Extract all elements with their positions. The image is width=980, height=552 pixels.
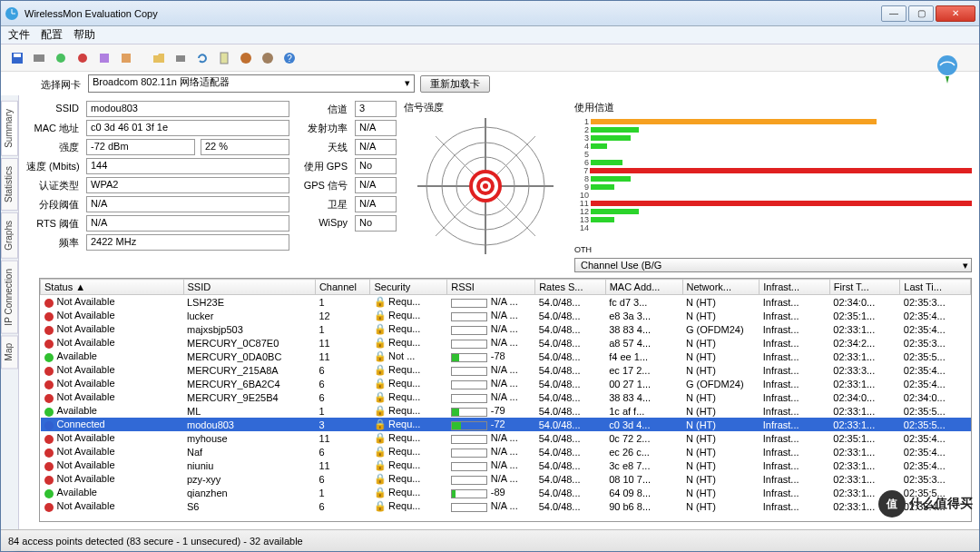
- col-header[interactable]: Network...: [682, 280, 760, 295]
- open-icon[interactable]: [150, 49, 168, 67]
- svg-point-4: [56, 54, 65, 63]
- channel-combo[interactable]: Channel Use (B/G: [574, 258, 972, 272]
- adapter-label: 选择网卡: [41, 76, 83, 92]
- gpssig-label: GPS 信号: [299, 177, 349, 193]
- rts-label: RTS 阈值: [26, 215, 81, 232]
- svg-rect-2: [14, 54, 21, 57]
- freq-value: 2422 MHz: [86, 234, 289, 251]
- col-header[interactable]: RSSI: [447, 280, 535, 295]
- col-header[interactable]: Last Ti...: [900, 280, 971, 295]
- close-button[interactable]: ✕: [936, 5, 975, 22]
- print-icon[interactable]: [172, 49, 190, 67]
- table-row[interactable]: Not AvailableMERCURY_6BA2C46🔒Requ...N/A …: [41, 377, 971, 390]
- strength-label: 强度: [26, 139, 81, 155]
- menu-help[interactable]: 帮助: [74, 27, 95, 43]
- table-row[interactable]: Not AvailableMERCURY_9E25B46🔒Requ...N/A …: [41, 390, 971, 404]
- table-row[interactable]: Not AvailableMERCURY_0C87E011🔒Requ...N/A…: [41, 336, 971, 350]
- table-row[interactable]: Not Availablepzy-xyy6🔒Requ...N/A ...54.0…: [41, 472, 971, 486]
- reload-button[interactable]: 重新加载卡: [420, 75, 490, 93]
- watermark-text: 什么值得买: [909, 496, 973, 512]
- tab-statistics[interactable]: Statistics: [1, 158, 18, 211]
- rts-value: N/A: [86, 215, 289, 232]
- watermark-icon: 值: [878, 490, 906, 518]
- wispy-label: WiSpy: [299, 215, 349, 232]
- help-icon[interactable]: ?: [280, 49, 299, 67]
- oth-label: OTH: [574, 245, 972, 254]
- auth-label: 认证类型: [26, 177, 81, 193]
- disconnect-icon[interactable]: [74, 49, 92, 67]
- tab-summary[interactable]: Summary: [1, 101, 18, 156]
- svg-rect-6: [100, 54, 109, 63]
- menu-config[interactable]: 配置: [41, 27, 63, 43]
- antenna-value: N/A: [355, 139, 397, 155]
- strength-value: -72 dBm: [86, 139, 195, 155]
- col-header[interactable]: Channel: [315, 280, 370, 295]
- refresh-icon[interactable]: [193, 49, 211, 67]
- col-header[interactable]: MAC Add...: [605, 280, 682, 295]
- radar-chart: [417, 118, 554, 254]
- col-header[interactable]: Infrast...: [760, 280, 830, 295]
- maximize-button[interactable]: ▢: [908, 5, 934, 22]
- stop-icon[interactable]: [259, 49, 277, 67]
- ssid-label: SSID: [26, 101, 81, 117]
- chan-label: 信道: [299, 101, 349, 117]
- svg-point-11: [262, 53, 273, 64]
- table-row[interactable]: Not AvailableMERCURY_215A8A6🔒Requ...N/A …: [41, 363, 971, 377]
- antenna-label: 天线: [299, 139, 349, 155]
- table-row[interactable]: Not AvailableLSH23E1🔒Requ...N/A ...54.0/…: [41, 295, 971, 310]
- txpower-label: 发射功率: [299, 120, 349, 136]
- globe-icon[interactable]: [237, 49, 255, 67]
- sat-value: N/A: [355, 196, 397, 212]
- statusbar: 84 access points detected (83 secure - 1…: [1, 529, 979, 551]
- table-row[interactable]: Not Availablelucker12🔒Requ...N/A ...54.0…: [41, 309, 971, 322]
- table-row[interactable]: Not AvailableS66🔒Requ...N/A ...54.0/48..…: [41, 499, 971, 513]
- txpower-value: N/A: [355, 120, 397, 136]
- menubar: 文件 配置 帮助: [1, 26, 979, 44]
- app-icon: [5, 6, 19, 21]
- table-row[interactable]: Not Availablemajxsbjp5031🔒Requ...N/A ...…: [41, 322, 971, 336]
- table-row[interactable]: Not Availableniuniu11🔒Requ...N/A ...54.0…: [41, 458, 971, 472]
- mac-value: c0 3d 46 01 3f 1e: [86, 120, 289, 136]
- side-tabs: Summary Statistics Graphs IP Connection …: [1, 95, 19, 529]
- frag-label: 分段阈值: [26, 196, 81, 212]
- titlebar: WirelessMon Evaluation Copy — ▢ ✕: [1, 1, 979, 26]
- clipboard-icon[interactable]: [215, 49, 233, 67]
- table-row[interactable]: Not Availablemyhouse11🔒Requ...N/A ...54.…: [41, 431, 971, 445]
- tab-graphs[interactable]: Graphs: [1, 212, 18, 259]
- usegps-label: 使用 GPS: [299, 158, 349, 174]
- table-row[interactable]: AvailableML1🔒Requ...-7954.0/48...1c af f…: [41, 404, 971, 418]
- tool-icon-1[interactable]: [30, 49, 48, 67]
- col-header[interactable]: Rates S...: [535, 280, 606, 295]
- save-icon[interactable]: [8, 49, 26, 67]
- col-header[interactable]: Status ▲: [41, 280, 184, 295]
- table-row[interactable]: Not AvailableNaf6🔒Requ...N/A ...54.0/48.…: [41, 445, 971, 458]
- network-table[interactable]: Status ▲SSIDChannelSecurityRSSIRates S..…: [39, 278, 972, 522]
- menu-file[interactable]: 文件: [8, 27, 30, 43]
- tab-map[interactable]: Map: [1, 335, 18, 369]
- connect-icon[interactable]: [52, 49, 70, 67]
- col-header[interactable]: First T...: [829, 280, 900, 295]
- strength-pct: 22 %: [201, 139, 289, 155]
- col-header[interactable]: Security: [370, 280, 447, 295]
- minimize-button[interactable]: —: [881, 5, 906, 22]
- table-row[interactable]: Connectedmodou8033🔒Requ...-7254.0/48...c…: [41, 418, 971, 431]
- usegps-value: No: [355, 158, 397, 174]
- speed-label: 速度 (Mbits): [26, 158, 81, 174]
- svg-text:?: ?: [287, 54, 292, 64]
- svg-rect-7: [122, 54, 131, 63]
- tool-icon-3[interactable]: [117, 49, 135, 67]
- freq-label: 频率: [26, 234, 81, 251]
- watermark: 值 什么值得买: [878, 490, 973, 518]
- channels-title: 使用信道: [574, 101, 614, 114]
- auth-value: WPA2: [86, 177, 289, 193]
- radar-title: 信号强度: [404, 101, 444, 114]
- svg-point-5: [78, 54, 87, 63]
- speed-value: 144: [86, 158, 289, 174]
- toolbar: ?: [1, 44, 979, 72]
- tab-ipconn[interactable]: IP Connection: [1, 261, 18, 334]
- tool-icon-2[interactable]: [95, 49, 113, 67]
- col-header[interactable]: SSID: [183, 280, 315, 295]
- adapter-dropdown[interactable]: Broadcom 802.11n 网络适配器: [88, 74, 415, 93]
- table-row[interactable]: Availableqianzhen1🔒Requ...-8954.0/48...6…: [41, 486, 971, 499]
- table-row[interactable]: AvailableMERCURY_0DA0BC11🔒Not ...-7854.0…: [41, 350, 971, 363]
